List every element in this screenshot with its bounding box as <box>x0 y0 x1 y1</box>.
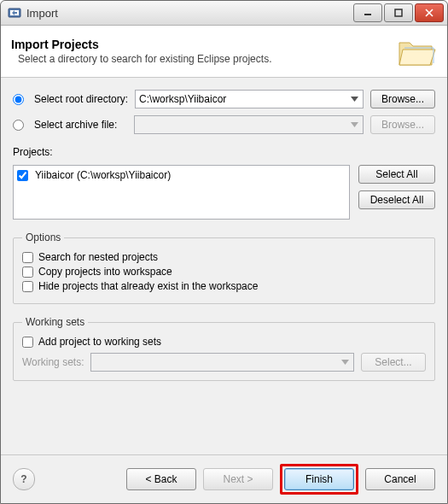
dialog-footer: ? < Back Next > Finish Cancel <box>1 454 447 503</box>
working-sets-group: Working sets Add project to working sets… <box>13 316 435 381</box>
list-item[interactable]: Yiibaicor (C:\worksp\Yiibaicor) <box>17 169 346 181</box>
cancel-button[interactable]: Cancel <box>365 468 435 490</box>
root-dir-label: Select root directory: <box>34 93 128 105</box>
minimize-button[interactable] <box>353 3 382 22</box>
title-bar: Import <box>1 1 447 26</box>
add-working-set-checkbox[interactable] <box>22 337 33 348</box>
hide-checkbox[interactable] <box>22 281 33 292</box>
dialog-body: Select root directory: Browse... Select … <box>1 78 447 454</box>
add-working-set-label: Add project to working sets <box>38 336 161 348</box>
archive-combo <box>134 115 364 134</box>
options-legend: Options <box>22 231 64 243</box>
working-sets-label: Working sets: <box>22 356 84 368</box>
browse-root-button[interactable]: Browse... <box>370 90 435 108</box>
window-title: Import <box>26 7 353 20</box>
maximize-button[interactable] <box>384 3 413 22</box>
import-dialog: Import Import Projects Select a director… <box>0 0 448 504</box>
options-group: Options Search for nested projects Copy … <box>13 231 435 304</box>
finish-highlight: Finish <box>280 464 358 495</box>
project-name: Yiibaicor (C:\worksp\Yiibaicor) <box>35 169 171 181</box>
next-button: Next > <box>203 468 273 490</box>
deselect-all-button[interactable]: Deselect All <box>358 190 435 209</box>
archive-label: Select archive file: <box>34 119 117 131</box>
app-icon <box>8 6 21 20</box>
working-sets-input <box>90 353 354 372</box>
hide-label: Hide projects that already exist in the … <box>38 280 258 292</box>
copy-checkbox[interactable] <box>22 267 33 278</box>
archive-radio[interactable] <box>13 120 24 131</box>
banner-subtext: Select a directory to search for existin… <box>11 53 386 65</box>
banner-heading: Import Projects <box>11 38 386 51</box>
help-icon: ? <box>20 473 26 485</box>
root-dir-input[interactable] <box>135 90 364 108</box>
svg-rect-3 <box>395 9 402 16</box>
projects-area: Yiibaicor (C:\worksp\Yiibaicor) Select A… <box>13 165 435 220</box>
close-button[interactable] <box>415 3 444 22</box>
root-dir-radio[interactable] <box>13 94 24 105</box>
archive-row: Select archive file: Browse... <box>13 115 435 134</box>
back-button[interactable]: < Back <box>126 468 196 490</box>
finish-button[interactable]: Finish <box>284 468 354 490</box>
working-sets-legend: Working sets <box>22 316 88 328</box>
nested-label: Search for nested projects <box>38 251 158 263</box>
copy-label: Copy projects into workspace <box>38 266 172 278</box>
project-checkbox[interactable] <box>17 170 28 181</box>
root-dir-row: Select root directory: Browse... <box>13 90 435 108</box>
projects-list[interactable]: Yiibaicor (C:\worksp\Yiibaicor) <box>13 165 350 220</box>
root-dir-combo[interactable] <box>135 90 364 108</box>
nested-checkbox[interactable] <box>22 252 33 263</box>
select-working-set-button: Select... <box>361 353 426 372</box>
working-sets-combo <box>90 353 354 372</box>
help-button[interactable]: ? <box>13 468 35 490</box>
wizard-banner: Import Projects Select a directory to se… <box>1 26 447 78</box>
archive-input <box>134 115 364 134</box>
select-all-button[interactable]: Select All <box>358 165 435 184</box>
projects-label: Projects: <box>13 146 435 158</box>
folder-icon <box>396 34 437 68</box>
window-buttons <box>353 3 444 22</box>
browse-archive-button: Browse... <box>370 115 435 134</box>
